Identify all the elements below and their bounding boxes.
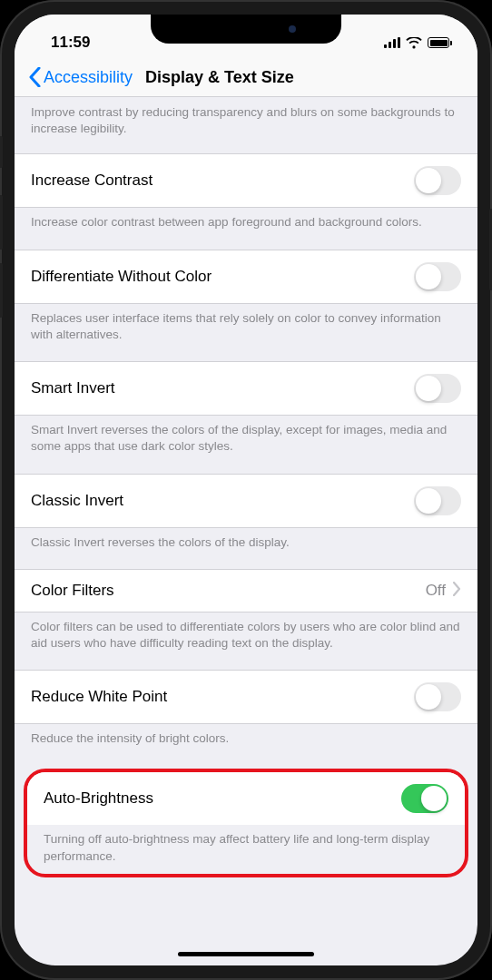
wifi-icon xyxy=(406,37,422,49)
smart-invert-row[interactable]: Smart Invert xyxy=(15,361,477,416)
classic-invert-label: Classic Invert xyxy=(31,492,123,510)
settings-list[interactable]: Improve contrast by reducing transparenc… xyxy=(15,97,477,887)
auto-brightness-label: Auto-Brightness xyxy=(44,789,153,808)
differentiate-without-color-toggle[interactable] xyxy=(414,262,461,291)
smart-invert-toggle[interactable] xyxy=(414,374,461,403)
notch xyxy=(151,15,341,44)
increase-contrast-description: Increase color contrast between app fore… xyxy=(15,208,477,249)
nav-bar: Accessibility Display & Text Size xyxy=(15,58,477,97)
device-frame: 11:59 Acc xyxy=(0,0,492,980)
chevron-left-icon xyxy=(29,67,41,87)
color-filters-label: Color Filters xyxy=(31,582,114,600)
front-camera xyxy=(289,25,296,33)
volume-up-button xyxy=(0,195,3,250)
reduce-white-point-toggle[interactable] xyxy=(414,682,461,711)
auto-brightness-toggle[interactable] xyxy=(401,784,448,813)
transparency-description: Improve contrast by reducing transparenc… xyxy=(15,97,477,153)
page-title: Display & Text Size xyxy=(145,68,294,87)
auto-brightness-description: Turning off auto-brightness may affect b… xyxy=(27,825,465,871)
increase-contrast-toggle[interactable] xyxy=(414,166,461,195)
signal-icon xyxy=(384,37,400,48)
reduce-white-point-description: Reduce the intensity of bright colors. xyxy=(15,724,477,765)
auto-brightness-highlight: Auto-Brightness Turning off auto-brightn… xyxy=(24,769,468,877)
chevron-right-icon xyxy=(453,582,461,600)
mute-switch xyxy=(0,136,3,168)
smart-invert-label: Smart Invert xyxy=(31,379,115,397)
color-filters-description: Color filters can be used to differentia… xyxy=(15,612,477,670)
back-label: Accessibility xyxy=(44,68,133,87)
increase-contrast-label: Increase Contrast xyxy=(31,172,153,190)
status-time: 11:59 xyxy=(51,34,90,52)
smart-invert-description: Smart Invert reverses the colors of the … xyxy=(15,416,477,473)
classic-invert-row[interactable]: Classic Invert xyxy=(15,474,477,528)
increase-contrast-row[interactable]: Increase Contrast xyxy=(15,153,477,208)
differentiate-without-color-row[interactable]: Differentiate Without Color xyxy=(15,250,477,304)
classic-invert-description: Classic Invert reverses the colors of th… xyxy=(15,528,477,569)
color-filters-value: Off xyxy=(426,582,446,600)
auto-brightness-row[interactable]: Auto-Brightness xyxy=(27,772,465,825)
status-right xyxy=(384,37,452,49)
volume-down-button xyxy=(0,263,3,318)
differentiate-without-color-description: Replaces user interface items that rely … xyxy=(15,304,477,361)
screen: 11:59 Acc xyxy=(15,15,477,965)
color-filters-row[interactable]: Color Filters Off xyxy=(15,569,477,612)
differentiate-without-color-label: Differentiate Without Color xyxy=(31,268,212,286)
back-button[interactable]: Accessibility xyxy=(29,67,133,87)
reduce-white-point-label: Reduce White Point xyxy=(31,688,167,706)
battery-icon xyxy=(428,37,452,48)
reduce-white-point-row[interactable]: Reduce White Point xyxy=(15,670,477,724)
classic-invert-toggle[interactable] xyxy=(414,486,461,515)
home-indicator[interactable] xyxy=(178,952,314,956)
